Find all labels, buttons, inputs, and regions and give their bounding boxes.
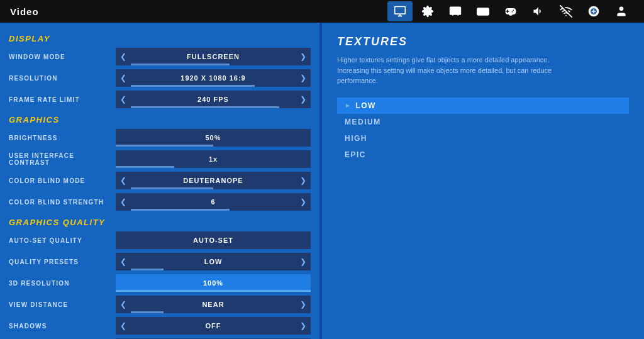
frame-rate-next[interactable]: ❯ xyxy=(296,91,311,108)
shadows-label: SHADOWS xyxy=(9,323,116,330)
color-blind-strength-prev[interactable]: ❮ xyxy=(116,193,131,211)
setting-row-shadows: SHADOWS ❮ OFF ❯ xyxy=(0,315,319,336)
window-mode-value: FULLSCREEN xyxy=(131,48,296,65)
nav-gamepad[interactable] xyxy=(581,1,606,21)
main-layout: DISPLAY WINDOW MODE ❮ FULLSCREEN ❯ RESOL… xyxy=(0,23,644,339)
nav-settings[interactable] xyxy=(415,1,440,21)
3d-resolution-control: 100% xyxy=(116,274,311,292)
svg-rect-7 xyxy=(477,8,489,15)
setting-row-anti-aliasing: ANTI-ALIASING ❮ OFF ❯ xyxy=(0,336,319,339)
svg-rect-0 xyxy=(395,7,406,14)
title-bar: Video xyxy=(0,0,644,23)
frame-rate-value: 240 FPS xyxy=(131,91,296,108)
view-distance-prev[interactable]: ❮ xyxy=(116,296,131,313)
color-blind-strength-label: COLOR BLIND STRENGTH xyxy=(9,199,116,206)
view-distance-value: NEAR xyxy=(131,296,296,313)
color-blind-strength-next[interactable]: ❯ xyxy=(296,193,311,211)
quality-presets-next[interactable]: ❯ xyxy=(296,253,311,270)
setting-row-resolution: RESOLUTION ❮ 1920 X 1080 16:9 ❯ xyxy=(0,67,319,89)
textures-panel-title: TEXTURES xyxy=(337,35,629,48)
right-panel: TEXTURES Higher textures settings give f… xyxy=(322,23,644,339)
nav-monitor[interactable] xyxy=(387,1,413,21)
quality-presets-prev[interactable]: ❮ xyxy=(116,253,131,270)
texture-option-high[interactable]: HIGH xyxy=(337,130,629,147)
window-title: Video xyxy=(10,6,39,17)
section-display-header: DISPLAY xyxy=(0,29,319,46)
shadows-prev[interactable]: ❮ xyxy=(116,317,131,335)
setting-row-frame-rate: FRAME RATE LIMIT ❮ 240 FPS ❯ xyxy=(0,89,319,110)
color-blind-mode-label: COLOR BLIND MODE xyxy=(9,177,116,184)
nav-icon-group xyxy=(387,1,634,21)
frame-rate-prev[interactable]: ❮ xyxy=(116,91,131,108)
resolution-next[interactable]: ❯ xyxy=(296,69,311,87)
quality-presets-control: ❮ LOW ❯ xyxy=(116,253,311,270)
texture-option-low[interactable]: ► LOW xyxy=(337,97,629,114)
setting-row-window-mode: WINDOW MODE ❮ FULLSCREEN ❯ xyxy=(0,46,319,67)
frame-rate-label: FRAME RATE LIMIT xyxy=(9,96,116,103)
shadows-next[interactable]: ❯ xyxy=(296,317,311,335)
resolution-prev[interactable]: ❮ xyxy=(116,69,131,87)
view-distance-label: VIEW DISTANCE xyxy=(9,301,116,308)
setting-row-color-blind-mode: COLOR BLIND MODE ❮ DEUTERANOPE ❯ xyxy=(0,170,319,191)
color-blind-strength-value: 6 xyxy=(131,193,296,211)
nav-controller[interactable] xyxy=(498,1,523,21)
setting-row-quality-presets: QUALITY PRESETS ❮ LOW ❯ xyxy=(0,251,319,272)
view-distance-control: ❮ NEAR ❯ xyxy=(116,296,311,313)
window-mode-control: ❮ FULLSCREEN ❯ xyxy=(116,48,311,65)
resolution-value: 1920 X 1080 16:9 xyxy=(131,69,296,87)
nav-display[interactable] xyxy=(443,1,468,21)
window-mode-prev[interactable]: ❮ xyxy=(116,48,131,65)
auto-quality-control: AUTO-SET xyxy=(116,231,311,249)
setting-row-auto-quality: AUTO-SET QUALITY AUTO-SET xyxy=(0,230,319,251)
setting-row-view-distance: VIEW DISTANCE ❮ NEAR ❯ xyxy=(0,294,319,315)
window-mode-next[interactable]: ❯ xyxy=(296,48,311,65)
shadows-value: OFF xyxy=(131,317,296,335)
texture-option-epic[interactable]: EPIC xyxy=(337,147,629,163)
texture-selected-arrow: ► xyxy=(345,102,352,109)
color-blind-mode-prev[interactable]: ❮ xyxy=(116,172,131,189)
color-blind-mode-value: DEUTERANOPE xyxy=(131,172,296,189)
ui-contrast-label: USER INTERFACE CONTRAST xyxy=(9,152,116,166)
brightness-label: BRIGHTNESS xyxy=(9,135,116,142)
brightness-value[interactable]: 50% xyxy=(116,129,311,147)
resolution-control: ❮ 1920 X 1080 16:9 ❯ xyxy=(116,69,311,87)
resolution-label: RESOLUTION xyxy=(9,75,116,82)
setting-row-3d-resolution: 3D RESOLUTION 100% xyxy=(0,272,319,294)
section-graphics-header: GRAPHICS xyxy=(0,110,319,127)
textures-panel-desc: Higher textures settings give flat objec… xyxy=(337,55,576,86)
setting-row-ui-contrast: USER INTERFACE CONTRAST 1x xyxy=(0,148,319,170)
quality-presets-value: LOW xyxy=(131,253,296,270)
svg-point-15 xyxy=(619,7,624,11)
frame-rate-control: ❮ 240 FPS ❯ xyxy=(116,91,311,108)
quality-presets-label: QUALITY PRESETS xyxy=(9,258,116,265)
nav-network[interactable] xyxy=(553,1,579,21)
nav-keyboard[interactable] xyxy=(470,1,496,21)
ui-contrast-value[interactable]: 1x xyxy=(116,150,311,168)
left-panel: DISPLAY WINDOW MODE ❮ FULLSCREEN ❯ RESOL… xyxy=(0,23,321,339)
window-mode-label: WINDOW MODE xyxy=(9,53,116,60)
nav-user[interactable] xyxy=(609,1,634,21)
shadows-control: ❮ OFF ❯ xyxy=(116,317,311,335)
color-blind-mode-next[interactable]: ❯ xyxy=(296,172,311,189)
color-blind-strength-control: ❮ 6 ❯ xyxy=(116,193,311,211)
auto-quality-value[interactable]: AUTO-SET xyxy=(116,231,311,249)
setting-row-brightness: BRIGHTNESS 50% xyxy=(0,127,319,148)
3d-resolution-label: 3D RESOLUTION xyxy=(9,280,116,287)
color-blind-mode-control: ❮ DEUTERANOPE ❯ xyxy=(116,172,311,189)
auto-quality-label: AUTO-SET QUALITY xyxy=(9,237,116,244)
section-graphics-quality-header: GRAPHICS QUALITY xyxy=(0,213,319,230)
view-distance-next[interactable]: ❯ xyxy=(296,296,311,313)
3d-resolution-value[interactable]: 100% xyxy=(116,274,311,292)
texture-option-medium[interactable]: MEDIUM xyxy=(337,114,629,130)
ui-contrast-control: 1x xyxy=(116,150,311,168)
nav-audio[interactable] xyxy=(526,1,551,21)
brightness-control: 50% xyxy=(116,129,311,147)
setting-row-color-blind-strength: COLOR BLIND STRENGTH ❮ 6 ❯ xyxy=(0,191,319,213)
